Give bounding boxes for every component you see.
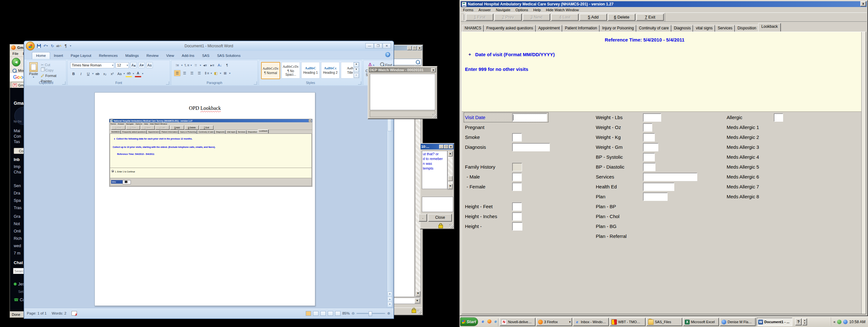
field-input[interactable] <box>643 133 655 142</box>
draft-view-button[interactable] <box>335 311 341 316</box>
print-layout-view-button[interactable] <box>306 311 311 316</box>
field-input[interactable] <box>512 212 522 221</box>
strikethrough-icon[interactable]: ab <box>94 70 101 77</box>
maximize-button[interactable]: □ <box>444 145 448 149</box>
tab[interactable]: Continuity of care <box>636 25 671 32</box>
field-input[interactable] <box>643 183 674 191</box>
dep-titlebar[interactable]: DEP Watch Window - 00020101 x <box>369 67 436 72</box>
inbox-link[interactable]: Inb <box>14 157 20 162</box>
scroll-up-icon[interactable]: ▴ <box>353 62 359 67</box>
taskbar-app-button[interactable]: 3 Firefox ▾ <box>536 318 572 326</box>
menu-item[interactable]: File <box>12 52 19 56</box>
paste-button[interactable]: Paste ▾ <box>28 62 39 79</box>
tab[interactable]: NHAMCS <box>462 25 484 32</box>
field-input[interactable] <box>512 173 522 181</box>
scroll-down-arrow[interactable]: ▼ <box>416 291 420 296</box>
customize-qat-icon[interactable]: ▾ <box>70 44 71 47</box>
minimize-button[interactable]: — <box>365 43 374 49</box>
word-titlebar[interactable]: Document1 - Microsoft Word <box>24 41 394 51</box>
align-center-icon[interactable]: ☰ <box>181 70 188 76</box>
word-count[interactable]: Words: 2 <box>52 311 66 315</box>
word-vertical-scrollbar[interactable]: ▴ ▾ ▴ ▾ <box>387 86 393 308</box>
ribbon-tab[interactable]: View <box>162 52 178 59</box>
page-indicator[interactable]: Page: 1 of 1 <box>27 311 46 315</box>
nav-link[interactable]: Sen <box>14 182 22 190</box>
decrease-indent-icon[interactable]: ◂≡ <box>202 62 208 68</box>
spelling-icon[interactable]: ab✎ <box>57 43 62 49</box>
style-chip[interactable]: AaBbCc Heading 2 <box>321 62 340 79</box>
dialog-launcher-icon[interactable] <box>62 82 65 85</box>
clear-formatting-icon[interactable]: Aa <box>146 62 153 68</box>
ribbon-tab[interactable]: References <box>95 52 122 59</box>
scroll-down-arrow[interactable]: ▾ <box>388 292 392 297</box>
menu-item[interactable]: Hide Watch Window <box>544 8 581 12</box>
scroll-up-arrow[interactable]: ▲ <box>448 151 453 156</box>
dialog-input-area[interactable] <box>422 197 453 212</box>
highlight-icon[interactable]: ab <box>125 70 132 77</box>
field-input[interactable] <box>643 143 658 151</box>
bullets-icon[interactable]: ⁝≡ <box>174 62 181 68</box>
close-button[interactable]: x <box>860 1 866 6</box>
tab[interactable]: Injury or Poisoning <box>600 25 636 32</box>
nav-link[interactable]: Imp <box>14 165 21 170</box>
nav-link[interactable]: wed <box>14 242 22 250</box>
nav-link[interactable]: Con <box>14 134 21 140</box>
justify-icon[interactable]: ☰ <box>196 70 203 76</box>
tab[interactable]: Patient Information <box>562 25 600 32</box>
set-status-link[interactable]: Set <box>18 290 24 294</box>
toolbar-button[interactable]: 5 Add <box>580 14 607 21</box>
field-input[interactable] <box>774 113 783 122</box>
font-color-icon[interactable]: A <box>135 70 142 77</box>
field-input[interactable] <box>643 163 655 171</box>
close-button[interactable]: ✕ <box>383 43 391 49</box>
ribbon-tab[interactable]: SAS <box>198 52 213 59</box>
field-input[interactable] <box>512 163 522 171</box>
office-button[interactable] <box>26 41 35 51</box>
clock[interactable]: 10:58 AM <box>849 320 865 324</box>
field-input[interactable] <box>512 222 522 231</box>
nav-link[interactable]: Tras <box>14 204 22 212</box>
nav-link[interactable]: Gra <box>14 213 22 220</box>
toolbar-button[interactable]: 7 Exit <box>636 14 664 21</box>
back-button[interactable]: ◄ <box>12 58 21 66</box>
taskbar-app-button[interactable]: Inbox - Window... <box>573 318 609 326</box>
underline-icon[interactable]: U <box>85 70 92 77</box>
gallery-more-icon[interactable]: ⌄ <box>353 73 359 78</box>
nav-link[interactable]: Cha <box>14 170 21 175</box>
tab[interactable]: Lookback <box>758 23 781 32</box>
shading-icon[interactable]: ◧ <box>213 70 219 76</box>
dialog-launcher-icon[interactable] <box>166 82 169 85</box>
previous-page-icon[interactable]: ▴ <box>388 297 392 302</box>
font-family-combo[interactable]: Times New Roman▾ <box>70 62 114 68</box>
maximize-button[interactable]: □ <box>412 46 417 50</box>
ribbon-tab[interactable]: Home <box>32 52 50 59</box>
close-button[interactable]: x <box>417 46 422 50</box>
ie-quicklaunch-icon[interactable]: e <box>480 318 486 324</box>
bold-icon[interactable]: B <box>70 70 77 77</box>
close-button[interactable]: Close <box>428 214 452 221</box>
taskbar-app-button[interactable]: Denise M Flanag... <box>720 318 756 326</box>
sort-icon[interactable]: A↓ <box>216 62 223 68</box>
dialog-launcher-icon[interactable] <box>358 82 361 85</box>
resize-grip[interactable] <box>432 114 437 118</box>
resize-grip[interactable] <box>417 310 422 314</box>
minimize-button[interactable]: _ <box>407 46 412 50</box>
menu-item[interactable]: Answer <box>476 8 493 12</box>
paragraph-marks-icon[interactable]: ¶ <box>63 43 68 49</box>
menu-item[interactable]: Help <box>531 8 543 12</box>
nav-link[interactable]: Dra <box>14 190 22 197</box>
nav-link[interactable]: 7 m <box>14 250 22 257</box>
change-case-icon[interactable]: Aa <box>116 70 123 77</box>
tab[interactable]: Diagnosis <box>672 25 693 32</box>
partial-button[interactable]: . <box>419 214 427 221</box>
toolbar-button[interactable]: 2 Prev <box>494 14 522 21</box>
ribbon-tab[interactable]: SAS Solutions <box>213 52 244 59</box>
nav-link[interactable]: Tas <box>14 140 21 145</box>
taskbar-app-button[interactable]: Novell-delivered... <box>500 318 535 326</box>
tray-blue-icon[interactable] <box>843 320 847 324</box>
ribbon-tab[interactable]: Page Layout <box>67 52 95 59</box>
close-button[interactable]: x <box>431 68 436 72</box>
align-left-icon[interactable]: ☰ <box>174 70 181 76</box>
menu-item[interactable]: Forms <box>461 8 476 12</box>
undo-icon[interactable]: ↶▾ <box>43 43 48 49</box>
